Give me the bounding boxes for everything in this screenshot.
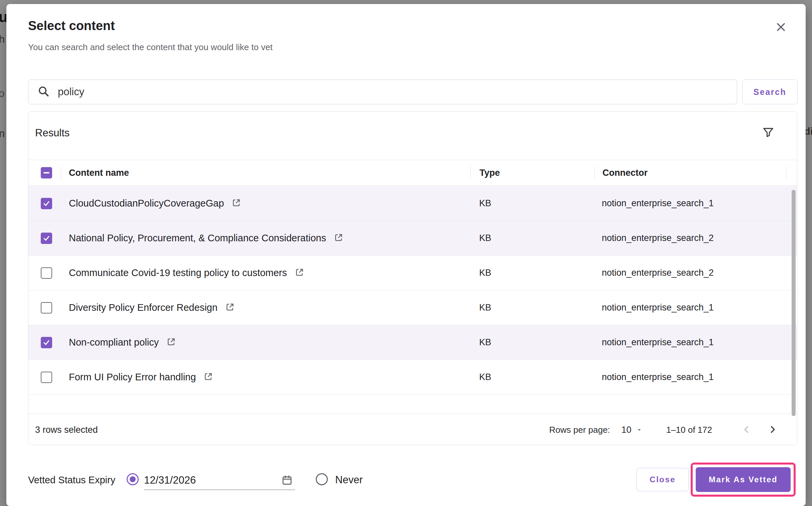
scrollbar[interactable] <box>792 190 796 416</box>
row-checkbox[interactable] <box>41 233 52 244</box>
partial-row <box>28 395 797 414</box>
table-body: CloudCustodianPolicyCoverageGap KB notio… <box>28 186 797 395</box>
select-all-checkbox[interactable] <box>41 167 52 178</box>
column-separator <box>786 166 786 179</box>
never-label: Never <box>335 474 363 486</box>
table-header: Content name Type Connector <box>28 160 797 186</box>
dialog-subtitle: You can search and select the content th… <box>28 42 273 53</box>
open-in-new-icon[interactable] <box>166 337 176 348</box>
content-name: Form UI Policy Error handling <box>69 372 196 383</box>
calendar-icon[interactable] <box>281 474 293 486</box>
content-type: KB <box>470 233 594 243</box>
table-row[interactable]: Non-compliant policy KB notion_enterpris… <box>28 325 797 360</box>
row-checkbox[interactable] <box>41 267 52 279</box>
backdrop-text-fragment: o <box>0 88 4 100</box>
content-connector: notion_enterprise_search_2 <box>594 233 797 243</box>
table-row[interactable]: Diversity Policy Enforcer Redesign KB no… <box>28 290 797 325</box>
indeterminate-mark <box>43 172 50 173</box>
open-in-new-icon[interactable] <box>334 233 344 244</box>
vetted-status-expiry-label: Vetted Status Expiry <box>28 475 115 486</box>
annotation-highlight: Mark As Vetted <box>691 462 796 497</box>
content-name: CloudCustodianPolicyCoverageGap <box>69 198 224 209</box>
dialog-title: Select content <box>28 19 115 33</box>
rows-per-page-value: 10 <box>622 425 632 435</box>
column-header-type[interactable]: Type <box>470 168 595 178</box>
row-checkbox[interactable] <box>41 198 52 209</box>
filter-icon[interactable] <box>761 126 775 140</box>
content-type: KB <box>470 303 594 313</box>
table-row[interactable]: CloudCustodianPolicyCoverageGap KB notio… <box>28 186 797 221</box>
column-separator <box>61 166 61 179</box>
content-connector: notion_enterprise_search_2 <box>594 268 797 278</box>
previous-page-icon[interactable] <box>733 424 759 436</box>
column-header-connector[interactable]: Connector <box>595 168 786 178</box>
close-button[interactable]: Close <box>637 468 689 491</box>
content-type: KB <box>470 198 594 208</box>
search-button[interactable]: Search <box>742 80 798 104</box>
expiry-date-value: 12/31/2026 <box>144 474 196 486</box>
search-icon <box>37 85 50 99</box>
open-in-new-icon[interactable] <box>225 302 235 314</box>
screen: u h o n di Select content You can search… <box>0 0 812 506</box>
chevron-down-icon <box>636 426 643 433</box>
content-connector: notion_enterprise_search_1 <box>594 372 797 382</box>
next-page-icon[interactable] <box>759 424 786 436</box>
row-checkbox[interactable] <box>41 302 52 314</box>
row-checkbox[interactable] <box>41 372 52 383</box>
content-type: KB <box>470 268 594 278</box>
never-radio[interactable] <box>316 473 328 485</box>
content-connector: notion_enterprise_search_1 <box>594 337 797 348</box>
pagination-range: 1–10 of 172 <box>666 425 712 435</box>
backdrop-text-fragment: h <box>0 33 5 46</box>
content-name: National Policy, Procurement, & Complian… <box>69 233 326 244</box>
content-type: KB <box>470 372 594 382</box>
row-checkbox[interactable] <box>41 337 52 348</box>
content-connector: notion_enterprise_search_1 <box>594 303 797 313</box>
table-row[interactable]: Form UI Policy Error handling KB notion_… <box>28 360 797 395</box>
mark-as-vetted-button[interactable]: Mark As Vetted <box>696 467 791 492</box>
open-in-new-icon[interactable] <box>294 267 304 279</box>
table-row[interactable]: National Policy, Procurement, & Complian… <box>28 221 797 256</box>
results-title: Results <box>35 127 70 139</box>
content-name: Diversity Policy Enforcer Redesign <box>69 302 217 313</box>
content-type: KB <box>470 337 594 348</box>
open-in-new-icon[interactable] <box>203 372 213 383</box>
search-input[interactable]: policy <box>28 80 737 104</box>
content-name: Communicate Covid-19 testing policy to c… <box>69 267 287 278</box>
close-icon[interactable] <box>774 20 788 35</box>
content-connector: notion_enterprise_search_1 <box>594 198 797 208</box>
table-footer: 3 rows selected Rows per page: 10 1–10 o… <box>28 414 797 445</box>
select-content-dialog: Select content You can search and select… <box>6 4 806 506</box>
rows-per-page-label: Rows per page: <box>549 425 610 435</box>
expiry-date-input[interactable]: 12/31/2026 <box>144 471 295 490</box>
backdrop-text-fragment: n <box>0 128 5 140</box>
open-in-new-icon[interactable] <box>231 198 241 209</box>
expiry-date-radio[interactable] <box>127 473 139 485</box>
content-name: Non-compliant policy <box>69 337 159 348</box>
rows-per-page-select[interactable]: 10 <box>622 425 643 435</box>
table-row[interactable]: Communicate Covid-19 testing policy to c… <box>28 256 797 290</box>
results-panel: Results Content name Type Connector <box>28 111 797 445</box>
selected-count: 3 rows selected <box>35 425 98 435</box>
search-input-value: policy <box>58 86 84 98</box>
column-header-content-name[interactable]: Content name <box>69 168 470 178</box>
